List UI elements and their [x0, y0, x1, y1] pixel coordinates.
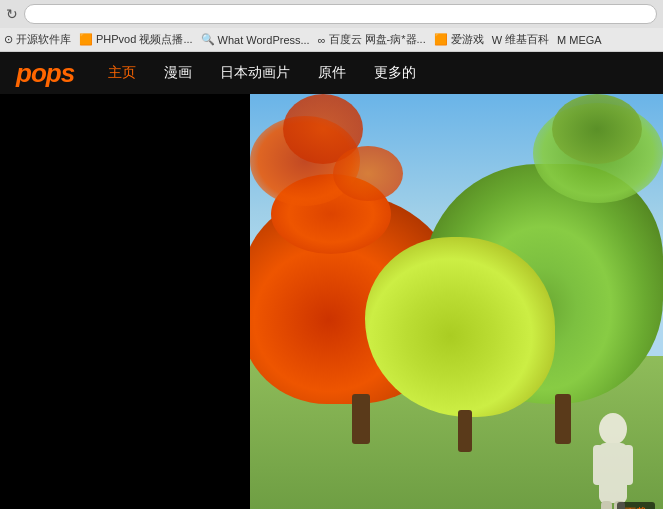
bookmark-label-wordpress: What WordPress...	[218, 34, 310, 46]
foliage-green-right2	[552, 94, 642, 164]
bookmark-aiyouxi[interactable]: 🟧 爱游戏	[434, 32, 484, 47]
website: pops 主页 漫画 日本动画片 原件 更多的	[0, 52, 663, 509]
svg-point-0	[599, 413, 627, 445]
bookmark-icon-wordpress: 🔍	[201, 33, 215, 46]
reload-icon[interactable]: ↻	[6, 6, 18, 22]
svg-rect-4	[601, 501, 612, 509]
nav-item-more[interactable]: 更多的	[372, 60, 418, 86]
browser-top-bar: ↻	[0, 0, 663, 28]
tree-yellow-trunk	[458, 410, 472, 452]
nav-bar: pops 主页 漫画 日本动画片 原件 更多的	[0, 52, 663, 94]
hero-left-panel	[0, 94, 250, 509]
bookmark-icon-opensource: ⊙	[4, 33, 13, 46]
foliage-orange-mid	[333, 146, 403, 201]
autumn-scene: 下载	[250, 94, 663, 509]
svg-rect-1	[599, 443, 627, 503]
bookmark-label-mega: MEGA	[569, 34, 601, 46]
svg-rect-3	[623, 445, 633, 485]
bookmark-icon-wikipedia: W	[492, 34, 502, 46]
bookmark-label-phpvod: PHPvod 视频点播...	[96, 32, 193, 47]
browser-chrome: ↻ ⊙ 开源软件库 🟧 PHPvod 视频点播... 🔍 What WordPr…	[0, 0, 663, 52]
site-logo[interactable]: pops	[16, 58, 74, 89]
nav-item-home[interactable]: 主页	[106, 60, 138, 86]
nav-item-manga[interactable]: 漫画	[162, 60, 194, 86]
browser-bookmarks: ⊙ 开源软件库 🟧 PHPvod 视频点播... 🔍 What WordPres…	[0, 28, 663, 52]
bookmark-icon-mega: M	[557, 34, 566, 46]
character-figure	[583, 411, 643, 509]
svg-rect-2	[593, 445, 603, 485]
bookmark-label-baidu: 百度云 网盘-病*器...	[329, 32, 426, 47]
bookmark-opensource[interactable]: ⊙ 开源软件库	[4, 32, 71, 47]
bookmark-baidu[interactable]: ∞ 百度云 网盘-病*器...	[318, 32, 426, 47]
hero-section: 下载	[0, 94, 663, 509]
nav-item-original[interactable]: 原件	[316, 60, 348, 86]
hero-right-panel: 下载	[250, 94, 663, 509]
address-bar[interactable]	[24, 4, 657, 24]
bookmark-mega[interactable]: M MEGA	[557, 34, 602, 46]
tree-green-trunk	[555, 394, 571, 444]
bookmark-label-wikipedia: 维基百科	[505, 32, 549, 47]
bookmark-phpvod[interactable]: 🟧 PHPvod 视频点播...	[79, 32, 193, 47]
character-svg	[583, 411, 643, 509]
tree-yellow-mid	[395, 232, 535, 452]
nav-item-anime[interactable]: 日本动画片	[218, 60, 292, 86]
bookmark-wikipedia[interactable]: W 维基百科	[492, 32, 549, 47]
bookmark-icon-aiyouxi: 🟧	[434, 33, 448, 46]
bookmark-label-opensource: 开源软件库	[16, 32, 71, 47]
bookmark-label-aiyouxi: 爱游戏	[451, 32, 484, 47]
download-badge[interactable]: 下载	[617, 502, 655, 509]
bookmark-icon-phpvod: 🟧	[79, 33, 93, 46]
tree-group	[250, 94, 663, 509]
bookmark-wordpress[interactable]: 🔍 What WordPress...	[201, 33, 310, 46]
tree-red-trunk	[352, 394, 370, 444]
bookmark-icon-baidu: ∞	[318, 34, 326, 46]
